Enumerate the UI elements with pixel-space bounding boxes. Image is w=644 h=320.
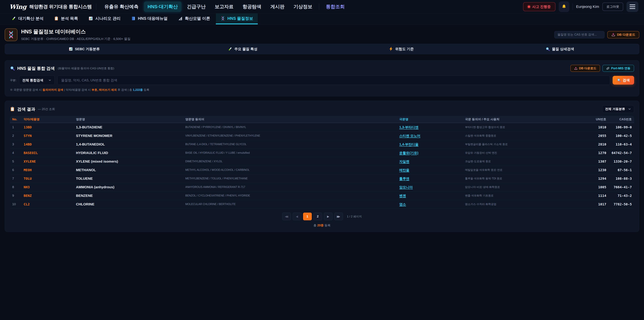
page-info: 1 / 2 페이지: [347, 215, 362, 218]
tab-hns-substance-info[interactable]: HNS 물질정보: [216, 14, 258, 24]
hns-search-panel: HNS 물질 통합 검색 (화물약어·제품명·동의어·CAS·UN번호 통합) …: [5, 60, 639, 96]
nav-item-board[interactable]: 게시판: [267, 2, 288, 12]
incident-label: 사고 진행중: [532, 4, 551, 9]
substance-link[interactable]: 톨루엔: [399, 177, 410, 180]
substance-link[interactable]: 윤활유(기유): [399, 151, 418, 155]
brand: Wing 해양환경 위기대응 통합시스템: [10, 3, 92, 10]
tab-hns-manual[interactable]: HNS 대응매뉴얼: [126, 14, 172, 24]
bell-icon: [562, 4, 566, 9]
last-page-icon: ▶▶: [337, 215, 339, 218]
wing-logo: Wing: [10, 3, 26, 10]
ruler-icon: [178, 16, 183, 21]
lightning-icon: [389, 47, 393, 51]
hamburger-menu-button[interactable]: [626, 2, 638, 12]
chevron-down-icon: [48, 79, 52, 82]
main-menu: 유출유 확산예측 HNS·대기확산 긴급구난 보고자료 항공탐색 게시판 기상정…: [100, 2, 348, 12]
search-button[interactable]: 검색: [613, 76, 634, 85]
substance-link[interactable]: 벤젠: [399, 194, 406, 197]
db-download-button[interactable]: DB 다운로드: [607, 31, 639, 39]
page-button-1[interactable]: 1: [303, 213, 312, 220]
dna-icon: [7, 31, 15, 39]
table-row: 8 NH3 AMMONIA (anhydrous) ANHYDROUS AMMO…: [10, 183, 634, 191]
page-icon-box: [5, 28, 18, 41]
logout-button[interactable]: 로그아웃: [602, 3, 623, 11]
table-row: 2 STYN STYRENE MONOMER VINYLBENZENE / ET…: [10, 132, 634, 140]
substance-link[interactable]: 암모니아: [399, 185, 413, 189]
substance-link[interactable]: 스티렌 모노머: [399, 134, 420, 138]
table-row: 9 BENZ BENZENE BENZOL / CYCLOHEXATRIENE …: [10, 191, 634, 200]
clipboard-icon: [10, 107, 15, 112]
portmis-link-button[interactable]: Port-MIS 연동: [602, 65, 634, 72]
nav-item-integrated-search[interactable]: 통합조회: [322, 2, 348, 12]
notifications-button[interactable]: [559, 2, 569, 12]
total-count-line: 총 20종 등록: [10, 223, 634, 227]
search-form: 구분: 전체 통합검색 검색: [10, 76, 634, 85]
incident-dot-icon: [528, 6, 530, 8]
category-detail-search[interactable]: 물질 상세검색: [481, 47, 639, 51]
substance-link[interactable]: 메탄올: [399, 168, 410, 172]
test-tube-icon: [12, 16, 16, 21]
download-icon: [611, 33, 615, 37]
category-sebc-classification[interactable]: SEBC 거동분류: [5, 47, 164, 51]
results-table: No. 약자/제품명 영문명 영문명 동의어 국문명 국문 동의어 / 주요 사…: [10, 116, 634, 209]
nav-item-emergency[interactable]: 긴급구난: [183, 2, 209, 12]
category-substance-properties[interactable]: 주요 물질 특성: [164, 47, 322, 51]
nav-item-weather[interactable]: 기상정보: [290, 2, 316, 12]
user-name: Eunjeong Kim: [576, 5, 599, 9]
nav-item-reports[interactable]: 보고자료: [211, 2, 237, 12]
last-page-button[interactable]: ▶▶: [334, 213, 343, 220]
db-download-button-small[interactable]: DB 다운로드: [570, 65, 600, 72]
prev-page-button[interactable]: ◀: [293, 213, 301, 220]
substance-link[interactable]: 1,3-부타디엔: [399, 125, 418, 129]
quick-search-input[interactable]: [554, 31, 604, 39]
search-panel-title: HNS 물질 통합 검색: [17, 66, 55, 71]
behavior-class-filter-select[interactable]: 전체 거동분류: [602, 105, 634, 113]
nav-item-hns-dispersion[interactable]: HNS·대기확산: [144, 2, 182, 12]
search-panel-header: HNS 물질 통합 검색 (화물약어·제품명·동의어·CAS·UN번호 통합) …: [10, 65, 634, 72]
search-type-label: 구분:: [10, 78, 16, 82]
category-bar: SEBC 거동분류 주요 물질 특성 위험도 기준 물질 상세검색: [5, 44, 639, 54]
link-icon: [606, 67, 610, 70]
col-header-ko: 국문명: [399, 117, 463, 121]
divider: [96, 4, 96, 10]
table-row: 6 MEOH METHANOL METHYL ALCOHOL / WOOD AL…: [10, 166, 634, 174]
incident-status-badge[interactable]: 사고 진행중: [523, 2, 556, 11]
nav-item-oil-spill[interactable]: 유출유 확산예측: [100, 2, 142, 12]
unified-search-input[interactable]: [57, 76, 610, 85]
substance-link[interactable]: 자일렌: [399, 160, 410, 163]
page-button-2[interactable]: 2: [314, 213, 322, 220]
category-risk-criteria[interactable]: 위험도 기준: [322, 47, 481, 51]
topbar-right: 사고 진행중 Eunjeong Kim 로그아웃: [523, 2, 638, 12]
first-page-button[interactable]: ◀◀: [282, 213, 291, 220]
top-navigation: Wing 해양환경 위기대응 통합시스템 유출유 확산예측 HNS·대기확산 긴…: [0, 0, 644, 14]
bar-chart-icon: [68, 47, 73, 51]
table-row: 3 14BD 1,4-BUTANEDIOL BUTANE-1,4-DIOL / …: [10, 140, 634, 149]
sub-tab-bar: 대기확산 분석 분석 목록 시나리오 관리 HNS 대응매뉴얼: [0, 14, 644, 25]
tab-analysis-list[interactable]: 분석 목록: [49, 14, 83, 24]
divider: [319, 3, 319, 10]
prev-page-icon: ◀: [296, 215, 298, 218]
search-results-panel: 검색 결과 — 20건 조회 전체 거동분류 No. 약자/제품명 영문명 영문…: [5, 101, 639, 232]
clipboard-icon: [54, 16, 59, 21]
tab-dispersion-analysis[interactable]: 대기확산 분석: [7, 14, 48, 24]
nav-item-aerial-search[interactable]: 항공탐색: [239, 2, 265, 12]
col-header-abbr: 약자/제품명: [24, 117, 74, 121]
table-row: 10 CL2 CHLORINE MOLECULAR CHLORINE / BER…: [10, 200, 634, 209]
book-icon: [131, 16, 136, 21]
substance-link[interactable]: 염소: [399, 202, 406, 206]
next-page-button[interactable]: ▶: [324, 213, 332, 220]
page-subtitle: SEBC 거동분류 · CHRIS/CAMEO DB · AEGL/ERPG/I…: [21, 37, 130, 41]
dna-icon: [220, 16, 225, 21]
app-title: 해양환경 위기대응 통합시스템: [29, 4, 92, 10]
tab-dispersion-model-theory[interactable]: 확산모델 이론: [173, 14, 215, 24]
results-header: 검색 결과 — 20건 조회 전체 거동분류: [10, 105, 634, 113]
chevron-down-icon: [628, 107, 631, 111]
col-header-cas: CAS번호: [608, 117, 632, 121]
substance-link[interactable]: 1,4-부탄디올: [399, 142, 418, 146]
tab-scenario-management[interactable]: 시나리오 관리: [84, 14, 125, 24]
table-row: 7 TOLU TOLUENE METHYLBENZENE / TOLUOL / …: [10, 174, 634, 183]
search-type-select[interactable]: 전체 통합검색: [19, 76, 55, 85]
col-header-en-syn: 영문명 동의어: [185, 117, 397, 121]
results-title: 검색 결과: [17, 106, 35, 112]
table-row: 4 BASEOIL HYDRAULIC FLUID BASE OIL / HYD…: [10, 149, 634, 157]
